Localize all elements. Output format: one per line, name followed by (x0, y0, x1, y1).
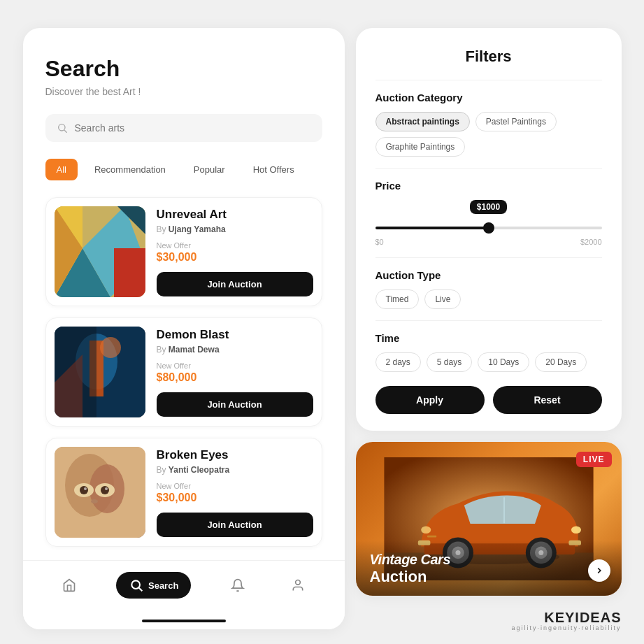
chip-live[interactable]: Live (424, 289, 461, 309)
art-card-1: Unreveal Art By Ujang Yamaha New Offer $… (45, 197, 322, 306)
nav-user[interactable] (285, 575, 311, 596)
tab-recommendation[interactable]: Recommendation (83, 159, 177, 180)
price-title: Price (375, 180, 602, 192)
chip-timed[interactable]: Timed (375, 289, 420, 309)
user-icon (290, 578, 306, 593)
join-auction-btn-2[interactable]: Join Auction (157, 392, 313, 417)
filters-title: Filters (375, 48, 602, 66)
price-min-label: $0 (375, 238, 384, 246)
tab-hot-offers[interactable]: Hot Offers (242, 159, 306, 180)
time-section: Time 2 days 5 days 10 Days 20 Days (375, 332, 602, 372)
art-offer-label-3: New Offer (157, 482, 313, 490)
live-next-button[interactable] (588, 559, 610, 582)
svg-point-44 (571, 527, 580, 534)
svg-line-1 (64, 130, 67, 133)
svg-point-28 (295, 580, 300, 585)
art-name-3: Broken Eyes (157, 448, 313, 462)
art-price-2: $80,000 (157, 371, 313, 384)
search-input[interactable] (75, 122, 311, 134)
nav-home[interactable] (56, 575, 83, 596)
time-title: Time (375, 332, 602, 344)
svg-rect-46 (427, 536, 436, 538)
divider-4 (375, 320, 602, 321)
left-panel: Search Discover the best Art ! All Recom… (23, 28, 345, 629)
brand-row: KEYIDEAS agility·ingenuity·reliability (356, 607, 622, 633)
art-info-2: Demon Blast By Mamat Dewa New Offer $80,… (157, 328, 313, 417)
apply-reset-row: Apply Reset (375, 386, 602, 414)
art-info-1: Unreveal Art By Ujang Yamaha New Offer $… (157, 208, 313, 296)
divider-2 (375, 168, 602, 169)
chevron-right-icon (594, 566, 604, 575)
join-auction-btn-1[interactable]: Join Auction (157, 272, 313, 296)
svg-point-14 (100, 337, 121, 358)
art-thumbnail-3 (55, 447, 145, 538)
art-name-2: Demon Blast (157, 328, 313, 342)
svg-point-45 (421, 527, 431, 534)
search-bar[interactable] (45, 114, 322, 142)
live-card-image: LIVE Vintage Cars Auction (356, 442, 622, 596)
auction-category-section: Auction Category Abstract paintings Past… (375, 92, 602, 157)
chip-2days[interactable]: 2 days (375, 352, 421, 372)
nav-search-label: Search (148, 580, 178, 591)
price-section: Price $1000 $0 $2000 (375, 180, 602, 246)
art-name-1: Unreveal Art (157, 208, 313, 222)
art-offer-label-2: New Offer (157, 362, 313, 370)
brand-logo: KEYIDEAS agility·ingenuity·reliability (511, 610, 621, 631)
svg-point-24 (105, 487, 108, 490)
chip-abstract-paintings[interactable]: Abstract paintings (375, 112, 470, 131)
chip-20days[interactable]: 20 Days (535, 352, 587, 372)
auction-type-section: Auction Type Timed Live (375, 269, 602, 309)
svg-rect-8 (114, 248, 145, 297)
price-slider[interactable] (375, 227, 602, 229)
auction-category-chips: Abstract paintings Pastel Paintings Grap… (375, 112, 602, 157)
art-thumbnail-1 (55, 206, 145, 297)
art-card-2: Demon Blast By Mamat Dewa New Offer $80,… (45, 317, 322, 427)
page-subtitle: Discover the best Art ! (45, 86, 322, 97)
price-bubble: $1000 (470, 200, 507, 214)
art-info-3: Broken Eyes By Yanti Cleopatra New Offer… (157, 448, 313, 537)
live-card-title-sub: Auction (370, 568, 608, 586)
bell-icon (230, 578, 245, 593)
bottom-nav: Search (23, 560, 345, 615)
home-indicator (142, 620, 226, 622)
auction-type-title: Auction Type (375, 269, 602, 281)
time-chips: 2 days 5 days 10 Days 20 Days (375, 352, 602, 372)
brand-tagline: agility·ingenuity·reliability (511, 624, 621, 631)
filter-tabs: All Recommendation Popular Hot Offers (45, 159, 322, 180)
art-price-3: $30,000 (157, 492, 313, 504)
art-author-2: By Mamat Dewa (157, 345, 313, 355)
search-nav-icon (129, 578, 144, 593)
brand-name: KEYIDEAS (511, 610, 621, 626)
chip-10days[interactable]: 10 Days (478, 352, 529, 372)
svg-rect-15 (55, 327, 96, 417)
svg-point-25 (91, 499, 98, 503)
auction-category-title: Auction Category (375, 92, 602, 103)
auction-type-chips: Timed Live (375, 289, 602, 309)
art-thumbnail-2 (55, 327, 145, 417)
live-card-overlay: Vintage Cars Auction (356, 541, 622, 596)
nav-search[interactable]: Search (116, 572, 191, 599)
home-icon (62, 578, 77, 593)
tab-all[interactable]: All (45, 159, 78, 180)
chip-pastel-paintings[interactable]: Pastel Paintings (475, 112, 557, 131)
art-author-3: By Yanti Cleopatra (157, 465, 313, 475)
svg-line-27 (139, 588, 143, 592)
svg-point-0 (58, 124, 64, 131)
divider-3 (375, 257, 602, 258)
live-card-title-main: Vintage Cars (370, 552, 608, 568)
live-badge: LIVE (576, 452, 612, 467)
art-list: Unreveal Art By Ujang Yamaha New Offer $… (45, 197, 322, 547)
art-offer-label-1: New Offer (157, 241, 313, 250)
svg-point-22 (101, 486, 109, 494)
art-author-1: By Ujang Yamaha (157, 224, 313, 234)
nav-bell[interactable] (224, 575, 251, 596)
svg-point-23 (84, 487, 87, 490)
search-icon (57, 122, 68, 134)
chip-5days[interactable]: 5 days (427, 352, 472, 372)
reset-button[interactable]: Reset (493, 386, 602, 414)
chip-graphite-paintings[interactable]: Graphite Paintings (375, 137, 466, 157)
apply-button[interactable]: Apply (375, 386, 485, 414)
filters-card: Filters Auction Category Abstract painti… (356, 28, 622, 431)
join-auction-btn-3[interactable]: Join Auction (157, 513, 313, 537)
tab-popular[interactable]: Popular (183, 159, 236, 180)
